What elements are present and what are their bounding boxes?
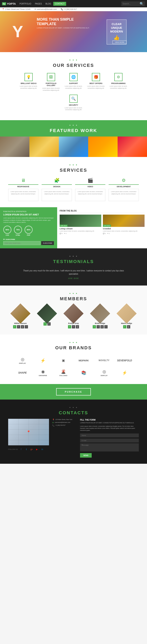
form-email-input[interactable]: [80, 438, 139, 442]
service2-desc-0: Lorem ipsum dolor sit amet, consectetur …: [10, 191, 36, 195]
featured-dots: • • •: [0, 124, 147, 127]
subscribe-input[interactable]: [3, 241, 40, 245]
brand-item-10[interactable]: ◎ DISPLAY: [96, 368, 112, 378]
youtube-icon[interactable]: ▶: [35, 448, 39, 452]
contacts-form: FILL THE FORM LOREM IPSUM DOLOR SIT AMET…: [80, 419, 139, 458]
facebook-icon[interactable]: f: [19, 448, 23, 452]
contacts-map: 📍 Follow us f t g+ ▶ in: [8, 419, 49, 458]
service-item-3: 🎁 Best Offers Lorem ipsum dolor sit amet…: [87, 73, 105, 91]
blog-post-img-0[interactable]: JUN 2014: [60, 214, 101, 227]
purchase-section: PURCHASE: [0, 384, 147, 400]
member-gp-3[interactable]: g: [100, 325, 104, 328]
map-pin: 📍: [26, 430, 31, 434]
brand-item-5[interactable]: Sevenfold: [116, 356, 133, 366]
brand-item-1[interactable]: ⚡: [35, 356, 51, 366]
member-tw-0[interactable]: t: [17, 325, 20, 328]
members-section: • • • MEMBERS Niklas Hansen f t g i f o: [0, 286, 147, 334]
email-icon: ✉: [34, 8, 36, 10]
member-gp-0[interactable]: g: [21, 325, 24, 328]
nav-link-contact[interactable]: CONTACT: [53, 2, 66, 6]
nav-link-pages[interactable]: PAGES: [33, 2, 43, 6]
search-icon[interactable]: 🔍: [140, 2, 144, 6]
featured-img-4[interactable]: [88, 136, 118, 157]
service2-item-2: 🎬 VIDEO Lorem ipsum dolor sit amet, cons…: [75, 178, 105, 201]
hero-section: Y More than simple template LOREM IPSUM …: [0, 11, 147, 52]
member-tw-3[interactable]: t: [97, 325, 100, 328]
service-desc-0: Lorem ipsum dolor sit amet, consectetur …: [19, 85, 38, 89]
brand-item-9[interactable]: 📚: [76, 368, 92, 378]
featured-img-5[interactable]: [118, 136, 147, 157]
featured-img-2[interactable]: [29, 136, 59, 157]
blog-post-meta-0: 💬 0 👁 0: [60, 233, 101, 234]
contact-info-0: 📍 123 Main Street, New York: [52, 419, 77, 421]
service2-desc-3: Lorem ipsum dolor sit amet, consectetur …: [111, 191, 137, 195]
map-line-v3: [39, 419, 39, 445]
member-avatar-inner-1: [37, 304, 57, 324]
member-gp-2[interactable]: g: [76, 325, 79, 328]
brand-item-3[interactable]: MEIPARK: [76, 356, 92, 366]
brand-item-6[interactable]: Shape: [14, 368, 31, 378]
member-item-1: f o: [37, 306, 57, 328]
service-item-2: 🌐 Support Lorem ipsum dolor sit amet, co…: [64, 73, 83, 91]
member-fb-0[interactable]: f: [13, 325, 16, 328]
service-icon-support: 🌐: [69, 73, 78, 81]
search-input[interactable]: [123, 3, 139, 5]
php-label: PHP: [24, 234, 33, 236]
brand-item-7[interactable]: ◉ UNIVERSE: [35, 368, 51, 378]
brand-item-8[interactable]: 🌋 VULCANO: [55, 368, 71, 378]
brand-name-3: MEIPARK: [79, 359, 89, 362]
brand-name-10: DISPLAY: [101, 375, 108, 376]
brand-item-11[interactable]: ⚡: [116, 368, 133, 378]
brand-item-2[interactable]: ▣: [55, 356, 71, 366]
hero-card-title: CLEAR UNIQUE MODERN: [110, 22, 123, 34]
nav-link-blog[interactable]: BLOG: [44, 2, 53, 6]
member-in-3[interactable]: i: [104, 325, 108, 328]
hero-view-more-button[interactable]: VIEW MORE: [113, 40, 127, 44]
nav-search: 🔍: [121, 2, 145, 6]
stats-label: FUN FACTS & STATISTICS: [3, 210, 54, 212]
member-fb-4[interactable]: f: [123, 325, 126, 328]
contacts-dots: • • •: [8, 406, 139, 409]
subnav: 📍 1 Main Street and Times 12345 ✉ userna…: [0, 7, 147, 11]
service2-box-1: Lorem ipsum dolor sit amet, consectetur …: [42, 189, 72, 201]
blog-post-text-1: Lorem ipsum dolor sit amet, consectetur …: [103, 230, 145, 232]
blog-post-img-1[interactable]: JUN 2014: [103, 214, 145, 227]
brand-item-0[interactable]: ◎ DISPLAY: [14, 356, 31, 366]
blog-post-date-0: JUN 2014: [60, 224, 68, 227]
twitter-icon[interactable]: t: [24, 448, 28, 452]
service2-item-0: 🖥 RESPONSIVE Lorem ipsum dolor sit amet,…: [8, 178, 38, 201]
member-fb-2[interactable]: f: [68, 325, 71, 328]
nav-link-portfolio[interactable]: PORTFOLIO: [18, 2, 33, 6]
service2-icon-development: ⚙: [109, 178, 139, 183]
featured-img-1[interactable]: [0, 136, 29, 157]
contacts-info: 📍 123 Main Street, New York ✉ username@d…: [52, 419, 77, 458]
service-icon-brilliant: 💡: [24, 73, 33, 81]
googleplus-icon[interactable]: g+: [30, 448, 34, 452]
brand-name-0: DISPLAY: [19, 362, 26, 364]
form-name-input[interactable]: [80, 434, 139, 437]
services-grid-row2: 🔍 Security Lorem ipsum dolor sit amet, c…: [8, 95, 139, 111]
subnav-address: 📍 1 Main Street and Times 12345: [2, 8, 30, 10]
service-desc-3: Lorem ipsum dolor sit amet, consectetur …: [87, 85, 105, 89]
brand-icon-11: ⚡: [122, 370, 127, 375]
member-in-0[interactable]: i: [25, 325, 28, 328]
subscribe-button[interactable]: SUBSCRIBE: [41, 241, 54, 245]
service-name-0: Brilliant Ideas: [19, 82, 38, 84]
brand-icon-1: ⚡: [40, 358, 45, 363]
brand-item-4[interactable]: NOVELTY: [96, 356, 112, 366]
brand-name-8: VULCANO: [59, 375, 67, 376]
linkedin-icon[interactable]: in: [40, 448, 44, 452]
member-g-4[interactable]: g: [127, 325, 130, 328]
purchase-button[interactable]: PURCHASE: [56, 388, 91, 396]
featured-img-3[interactable]: [59, 136, 88, 157]
subnav-phone: 📞 +1 (84) 016-517: [61, 8, 77, 10]
form-message-input[interactable]: [80, 443, 139, 452]
form-submit-button[interactable]: SEND: [80, 453, 92, 458]
blog-meta-icon-3: 👁 0: [107, 233, 110, 234]
brand-name-4: NOVELTY: [99, 359, 109, 362]
member-icons-2: f t g: [63, 325, 84, 328]
member-tw-2[interactable]: t: [72, 325, 75, 328]
member-fb-3[interactable]: f: [93, 325, 96, 328]
brand-icon-8: 🌋: [61, 369, 66, 374]
blog-meta-icon-0: 💬 0: [60, 233, 63, 234]
